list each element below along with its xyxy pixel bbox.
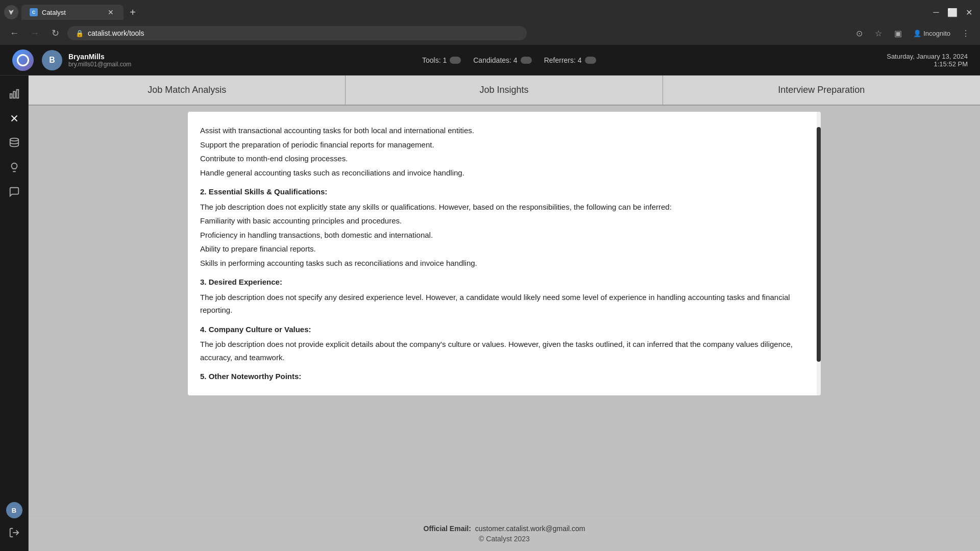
sidebar-item-tools[interactable]: [4, 108, 24, 129]
bookmark-button[interactable]: ☆: [870, 25, 887, 41]
referrers-stat: Referrers: 4: [544, 56, 596, 64]
section2-heading: 2. Essential Skills & Qualifications:: [200, 185, 804, 198]
tools-stat: Tools: 1: [422, 56, 461, 64]
content-area[interactable]: Assist with transactional accounting tas…: [29, 106, 980, 516]
app-logo: [12, 49, 34, 71]
sidebar-toggle-button[interactable]: ▣: [890, 25, 906, 41]
user-avatar[interactable]: B: [42, 50, 62, 70]
footer-email: customer.catalist.work@gmail.com: [475, 524, 585, 533]
date-display: Saturday, January 13, 2024: [887, 53, 968, 60]
logout-icon: [9, 527, 20, 538]
person-icon: 👤: [913, 30, 921, 37]
close-window-button[interactable]: ✕: [962, 5, 976, 19]
section4-text: The job description does not provide exp…: [200, 338, 804, 364]
content-line-3: Contribute to month-end closing processe…: [200, 152, 804, 165]
section2-intro: The job description does not explicitly …: [200, 201, 804, 214]
incognito-badge: 👤 Incognito: [909, 28, 954, 39]
database-icon: [9, 137, 20, 148]
cast-button[interactable]: ⊙: [851, 25, 867, 41]
sidebar-item-insights[interactable]: [4, 157, 24, 178]
tab-job-match[interactable]: Job Match Analysis: [29, 76, 346, 105]
back-button[interactable]: ←: [6, 25, 22, 41]
maximize-button[interactable]: ⬜: [945, 5, 960, 19]
content-line-1: Assist with transactional accounting tas…: [200, 124, 804, 137]
tab-headers: Job Match Analysis Job Insights Intervie…: [29, 76, 980, 106]
section3-heading: 3. Desired Experience:: [200, 276, 804, 289]
new-tab-button[interactable]: +: [126, 5, 140, 19]
section2-line-4: Skills in performing accounting tasks su…: [200, 257, 804, 270]
candidates-stat-icon: [521, 57, 532, 64]
main-content: Job Match Analysis Job Insights Intervie…: [29, 76, 980, 551]
minimize-button[interactable]: ─: [929, 5, 943, 19]
content-card: Assist with transactional accounting tas…: [188, 112, 821, 395]
topbar-datetime: Saturday, January 13, 2024 1:15:52 PM: [887, 53, 968, 68]
tools-stat-icon: [450, 57, 461, 64]
lock-icon: 🔒: [76, 30, 84, 37]
tools-stat-label: Tools: 1: [422, 56, 447, 64]
sidebar-logout-button[interactable]: [4, 522, 24, 543]
svg-rect-1: [13, 91, 15, 98]
footer-email-row: Official Email: customer.catalist.work@g…: [37, 524, 972, 533]
sidebar-item-chat[interactable]: [4, 182, 24, 202]
sidebar-item-database[interactable]: [4, 133, 24, 153]
left-sidebar: B: [0, 76, 29, 551]
referrers-stat-icon: [585, 57, 596, 64]
section3-text: The job description does not specify any…: [200, 291, 804, 317]
menu-button[interactable]: ⋮: [958, 25, 974, 41]
tab-interview-prep[interactable]: Interview Preparation: [663, 76, 980, 105]
chart-icon: [9, 88, 20, 99]
forward-button[interactable]: →: [27, 25, 43, 41]
bulb-icon: [9, 162, 20, 173]
section4-heading: 4. Company Culture or Values:: [200, 323, 804, 336]
topbar-stats: Tools: 1 Candidates: 4 Referrers: 4: [422, 56, 596, 64]
url-text: catalist.work/tools: [88, 29, 144, 37]
user-info: BryanMills bry.mills01@gmail.com: [68, 53, 131, 68]
content-line-4: Handle general accounting tasks such as …: [200, 166, 804, 180]
footer-email-label: Official Email:: [424, 524, 471, 533]
candidates-stat: Candidates: 4: [473, 56, 531, 64]
tab-job-insights[interactable]: Job Insights: [346, 76, 663, 105]
svg-rect-2: [16, 90, 18, 98]
scrollbar-track[interactable]: [817, 112, 821, 395]
user-email: bry.mills01@gmail.com: [68, 61, 131, 68]
chat-icon: [9, 186, 20, 197]
tab-prev-button[interactable]: ⮟: [4, 5, 18, 19]
sidebar-user-avatar[interactable]: B: [6, 502, 22, 518]
address-bar[interactable]: 🔒 catalist.work/tools: [67, 26, 527, 40]
page-footer: Official Email: customer.catalist.work@g…: [29, 516, 980, 551]
section2-line-3: Ability to prepare financial reports.: [200, 242, 804, 256]
svg-rect-0: [10, 94, 12, 98]
footer-copyright: © Catalyst 2023: [37, 535, 972, 543]
browser-chrome: ⮟ C Catalyst ✕ + ─ ⬜ ✕ ← → ↻ 🔒 catalist.…: [0, 0, 980, 45]
scrollbar-thumb[interactable]: [817, 127, 821, 362]
tab-favicon: C: [30, 8, 38, 16]
tab-close-button[interactable]: ✕: [106, 8, 115, 17]
time-display: 1:15:52 PM: [887, 60, 968, 68]
tab-title: Catalyst: [42, 9, 66, 16]
app-topbar: B BryanMills bry.mills01@gmail.com Tools…: [0, 45, 980, 76]
content-line-2: Support the preparation of periodic fina…: [200, 138, 804, 152]
section2-line-1: Familiarity with basic accounting princi…: [200, 214, 804, 228]
active-tab[interactable]: C Catalyst ✕: [21, 5, 124, 20]
reload-button[interactable]: ↻: [47, 25, 63, 41]
tools-icon: [9, 113, 20, 124]
candidates-stat-label: Candidates: 4: [473, 56, 517, 64]
section5-heading: 5. Other Noteworthy Points:: [200, 370, 804, 383]
referrers-stat-label: Referrers: 4: [544, 56, 582, 64]
svg-point-5: [10, 138, 18, 141]
user-name: BryanMills: [68, 53, 131, 61]
section2-line-2: Proficiency in handling transactions, bo…: [200, 229, 804, 242]
sidebar-item-chart[interactable]: [4, 84, 24, 104]
